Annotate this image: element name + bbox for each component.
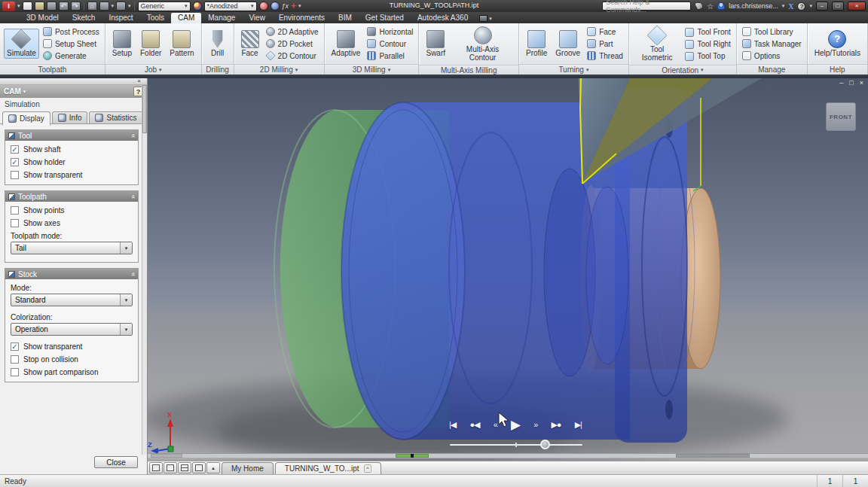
tab-tools[interactable]: Tools: [140, 13, 171, 23]
appearance-dropdown-icon[interactable]: ▾: [251, 3, 254, 9]
help-dropdown-icon[interactable]: ▾: [809, 3, 812, 9]
colorization-select[interactable]: Operation ▾: [11, 323, 133, 336]
turning-thread-button[interactable]: Thread: [585, 50, 625, 62]
community-icon[interactable]: [695, 2, 703, 10]
panel-grip[interactable]: ×: [0, 78, 147, 85]
simulation-speed-slider[interactable]: [450, 444, 582, 446]
parameters-fx-icon[interactable]: ƒx: [282, 2, 289, 10]
panel-dropdown-icon[interactable]: ▾: [23, 89, 26, 95]
playback-step-back-button[interactable]: «: [494, 421, 497, 429]
options-button[interactable]: Options: [741, 50, 803, 62]
playback-end-button[interactable]: ▶|: [575, 421, 582, 429]
drill-button[interactable]: Drill: [206, 29, 230, 59]
setup-button[interactable]: Setup: [109, 29, 135, 59]
swarf-button[interactable]: Swarf: [423, 29, 448, 59]
user-dropdown-icon[interactable]: ▾: [782, 3, 785, 9]
undo-icon[interactable]: ↶: [59, 2, 69, 11]
post-process-button[interactable]: Post Process: [41, 26, 101, 38]
group-label-multi-axis-milling[interactable]: Multi-Axis Milling: [419, 65, 518, 75]
user-avatar-icon[interactable]: [717, 2, 725, 10]
tab-my-home[interactable]: My Home: [222, 462, 274, 474]
playback-step-forward-button[interactable]: »: [533, 421, 537, 429]
signed-in-user[interactable]: lars.christense...: [729, 2, 778, 10]
group-label-turning[interactable]: Turning ▾: [519, 64, 628, 75]
group-label-drilling[interactable]: Drilling: [202, 64, 234, 75]
close-button[interactable]: ×: [848, 2, 866, 11]
stock-mode-select[interactable]: Standard ▾: [11, 294, 133, 306]
show-transparent-tool-checkbox[interactable]: ✓ Show transparent: [5, 169, 138, 181]
material-dropdown-icon[interactable]: ▾: [185, 3, 188, 9]
viewport-minimize-icon[interactable]: –: [839, 80, 843, 87]
help-icon[interactable]: ?: [797, 2, 805, 11]
chevron-down-icon[interactable]: ▾: [120, 242, 132, 254]
expand-tabs-button[interactable]: ▲: [206, 462, 220, 473]
tool-isometric-button[interactable]: Tool Isometric: [633, 25, 682, 63]
panel-header[interactable]: CAM ▾ ?: [0, 85, 147, 98]
viewcube[interactable]: FRONT: [826, 102, 856, 131]
timeline-scroll-thumb[interactable]: [151, 454, 182, 458]
tab-3d-model[interactable]: 3D Model: [20, 13, 66, 23]
inventor-logo-icon[interactable]: I: [2, 2, 15, 11]
tab-get-started[interactable]: Get Started: [359, 13, 411, 23]
search-input[interactable]: Search Help & Commands...: [602, 2, 691, 11]
panel-close-button[interactable]: Close: [94, 456, 138, 468]
capture-dropdown-icon[interactable]: ▾: [112, 3, 115, 9]
tab-manage[interactable]: Manage: [201, 13, 242, 23]
adaptive-button[interactable]: Adaptive: [329, 29, 364, 59]
cascade-windows-button[interactable]: [149, 462, 163, 473]
appearance-select[interactable]: *Anodized ▾: [204, 2, 257, 11]
show-part-comparison-checkbox[interactable]: ✓ Show part comparison: [5, 366, 138, 379]
collapse-icon[interactable]: «: [130, 272, 136, 275]
tool-library-button[interactable]: Tool Library: [741, 26, 803, 38]
show-transparent-stock-checkbox[interactable]: ✓ Show transparent: [5, 340, 138, 353]
task-manager-button[interactable]: Task Manager: [741, 38, 803, 50]
chevron-down-icon[interactable]: ▾: [120, 324, 132, 335]
turning-part-button[interactable]: Part: [585, 38, 625, 50]
favorites-star-icon[interactable]: ☆: [707, 2, 714, 11]
chevron-down-icon[interactable]: ▾: [120, 294, 132, 306]
capture-icon[interactable]: [99, 2, 109, 11]
home-view-icon[interactable]: ⌂: [87, 2, 97, 11]
tab-environments[interactable]: Environments: [272, 13, 332, 23]
toolpath-section-header[interactable]: Toolpath «: [5, 191, 138, 202]
adjust-icon[interactable]: [259, 2, 268, 11]
panel-scrollbar[interactable]: [142, 85, 147, 455]
folder-button[interactable]: Folder: [137, 29, 164, 59]
exchange-apps-icon[interactable]: X: [788, 2, 793, 11]
update-icon[interactable]: [116, 2, 126, 11]
viewport-restore-icon[interactable]: □: [849, 80, 853, 87]
stop-on-collision-checkbox[interactable]: ✓ Stop on collision: [5, 353, 138, 366]
playback-next-op-button[interactable]: ▶●: [551, 421, 561, 429]
group-label-help[interactable]: Help: [808, 64, 867, 75]
appearance-ball-icon[interactable]: [193, 2, 202, 11]
3d-viewport[interactable]: X Z – □ × FRONT |◀ ●◀ « ▶ » ▶● ▶|: [148, 78, 868, 461]
tab-sketch[interactable]: Sketch: [66, 13, 102, 23]
simulation-timeline[interactable]: [148, 453, 868, 458]
new-document-icon[interactable]: [23, 2, 32, 11]
playback-play-button[interactable]: ▶: [511, 419, 520, 431]
stock-section-header[interactable]: Stock «: [5, 269, 138, 279]
toolpath-mode-select[interactable]: Tail ▾: [11, 242, 133, 254]
panel-scrollbar-thumb[interactable]: [142, 85, 147, 133]
help-tutorials-button[interactable]: ? Help/Tutorials: [811, 29, 863, 59]
multi-axis-contour-button[interactable]: Multi-Axis Contour: [451, 25, 515, 63]
tool-front-button[interactable]: Tool Front: [683, 26, 732, 38]
tab-inspect[interactable]: Inspect: [102, 13, 139, 23]
simulate-button[interactable]: Simulate: [4, 29, 39, 59]
clear-override-icon[interactable]: [270, 2, 280, 11]
group-label-toolpath[interactable]: Toolpath: [0, 64, 105, 75]
2d-contour-button[interactable]: 2D Contour: [264, 50, 320, 62]
open-file-icon[interactable]: [35, 2, 44, 11]
vertical-split-button[interactable]: [192, 462, 206, 473]
group-label-manage[interactable]: Manage: [737, 64, 807, 75]
group-label-orientation[interactable]: Orientation ▾: [629, 65, 736, 75]
horizontal-split-button[interactable]: [178, 462, 191, 473]
timeline-gray-segment[interactable]: [676, 454, 750, 458]
group-label-job[interactable]: Job ▾: [105, 64, 201, 75]
setup-sheet-button[interactable]: Setup Sheet: [41, 38, 101, 50]
show-axes-checkbox[interactable]: ✓ Show axes: [5, 217, 138, 230]
collapse-icon[interactable]: «: [130, 133, 136, 137]
tab-statistics[interactable]: Statistics: [89, 111, 142, 123]
show-holder-checkbox[interactable]: ✓ Show holder: [5, 156, 138, 169]
parallel-button[interactable]: Parallel: [365, 50, 414, 62]
